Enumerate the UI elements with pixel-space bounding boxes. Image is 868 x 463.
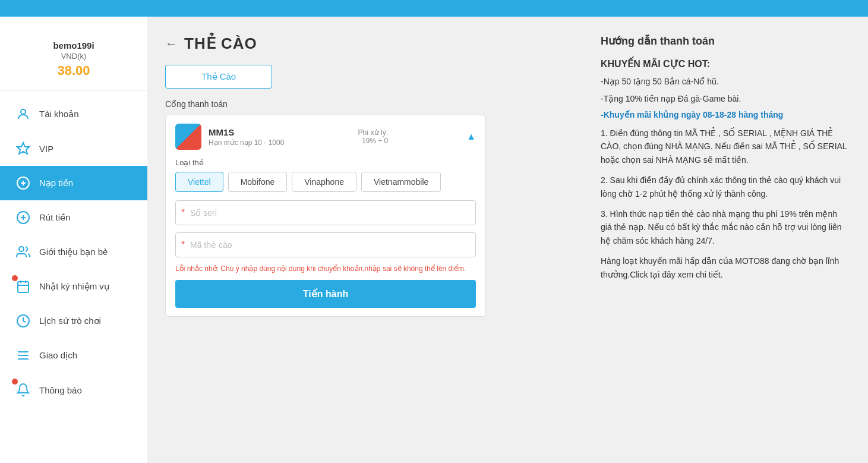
sidebar-nav: Tài khoản VIP Nạp tiền xyxy=(0,97,147,407)
vip-icon xyxy=(14,140,32,158)
currency-label: VND(k) xyxy=(6,52,141,61)
card-code-field: * xyxy=(175,232,476,257)
sidebar-item-label: Tài khoản xyxy=(39,109,79,119)
fee-label: Phí xử lý: xyxy=(358,128,388,137)
serial-required-star: * xyxy=(181,207,185,218)
history-icon xyxy=(14,312,32,330)
user-info: bemo199i VND(k) 38.00 xyxy=(0,29,147,91)
tab-bar: Thẻ Cào xyxy=(165,65,577,89)
method-info: MM1S Hạn mức nạp 10 - 1000 xyxy=(175,124,284,150)
chevron-up-icon[interactable]: ▲ xyxy=(466,131,476,142)
back-button[interactable]: ← xyxy=(165,37,177,51)
method-name: MM1S xyxy=(209,127,284,137)
card-type-mobifone[interactable]: Mobifone xyxy=(228,172,288,192)
card-type-viettel[interactable]: Viettel xyxy=(175,172,223,192)
page-title: THẺ CÀO xyxy=(184,34,257,53)
serial-field: * xyxy=(175,200,476,225)
withdraw-icon xyxy=(14,209,32,226)
sidebar-item-label: Thông báo xyxy=(39,385,82,395)
sidebar-item-thong-bao[interactable]: Thông báo xyxy=(0,373,147,407)
main-content: ← THẺ CÀO Thẻ Cào Cổng thanh toán MM1S H… xyxy=(147,17,595,463)
sidebar-item-label: Giao dịch xyxy=(39,350,77,361)
guide-step-1: 1. Điền đúng thông tin MÃ THẺ , SỐ SERIA… xyxy=(601,127,850,166)
referral-icon xyxy=(14,243,32,261)
method-details: MM1S Hạn mức nạp 10 - 1000 xyxy=(209,127,284,147)
sidebar-item-nap-tien[interactable]: Nạp tiền xyxy=(0,166,147,200)
deposit-icon xyxy=(14,174,32,192)
sidebar-item-label: Giới thiệu bạn bè xyxy=(39,247,108,257)
card-code-input-wrapper: * xyxy=(175,232,476,257)
card-type-vietnammobile[interactable]: Vietnammobile xyxy=(361,172,441,192)
guide-step-4: Hàng loạt khuyến mãi hấp dẫn của MOTO88 … xyxy=(601,254,850,281)
badge-dot-notification xyxy=(12,379,18,385)
card-types-row: Viettel Mobifone Vinaphone Vietnammobile xyxy=(175,172,476,192)
page-header: ← THẺ CÀO xyxy=(165,34,577,53)
svg-point-0 xyxy=(21,109,26,114)
svg-marker-1 xyxy=(17,143,29,154)
transaction-icon xyxy=(14,347,32,364)
sidebar-item-giao-dich[interactable]: Giao dịch xyxy=(0,338,147,373)
sidebar-item-lich-su[interactable]: Lịch sử trò chơi xyxy=(0,304,147,338)
error-note: Lỗi nhắc nhở: Chú ý nhập đúng nội dung k… xyxy=(175,264,476,273)
card-type-vinaphone[interactable]: Vinaphone xyxy=(292,172,356,192)
method-fee: Phí xử lý: 19% ÷ 0 xyxy=(358,128,388,145)
submit-button[interactable]: Tiến hành xyxy=(175,280,476,308)
promo-title: KHUYẾN MÃI CỰC HOT: xyxy=(601,58,850,70)
sidebar-item-tai-khoan[interactable]: Tài khoản xyxy=(0,97,147,131)
method-limit: Hạn mức nạp 10 - 1000 xyxy=(209,138,284,147)
sidebar-item-label: Rút tiền xyxy=(39,212,70,223)
serial-input[interactable] xyxy=(175,200,476,225)
sidebar-item-nhat-ky[interactable]: Nhật ký nhiệm vụ xyxy=(0,269,147,304)
guide-step-2: 2. Sau khi điền đầy đủ chính xác thông t… xyxy=(601,174,850,200)
method-logo xyxy=(175,124,201,150)
sidebar-item-label: Lịch sử trò chơi xyxy=(39,316,101,326)
user-icon xyxy=(14,105,32,123)
payment-label: Cổng thanh toán xyxy=(165,99,577,109)
sidebar-item-label: Nạp tiền xyxy=(39,178,73,188)
fee-value: 19% ÷ 0 xyxy=(358,137,388,145)
sidebar-item-rut-tien[interactable]: Rút tiền xyxy=(0,200,147,235)
sidebar-item-label: VIP xyxy=(39,144,53,154)
card-code-required-star: * xyxy=(181,240,185,250)
sidebar-item-gioi-thieu[interactable]: Giới thiệu bạn bè xyxy=(0,235,147,269)
top-bar xyxy=(0,0,868,17)
card-type-label: Loại thẻ xyxy=(175,158,476,167)
sidebar-item-label: Nhật ký nhiệm vụ xyxy=(39,281,110,292)
promo-item-0: -Nạp 50 tặng 50 Bắn cá-Nổ hũ. xyxy=(601,75,850,88)
payment-card: MM1S Hạn mức nạp 10 - 1000 Phí xử lý: 19… xyxy=(165,115,486,317)
serial-input-wrapper: * xyxy=(175,200,476,225)
payment-method-row: MM1S Hạn mức nạp 10 - 1000 Phí xử lý: 19… xyxy=(175,124,476,150)
sidebar-item-vip[interactable]: VIP xyxy=(0,131,147,166)
method-logo-inner xyxy=(175,124,201,150)
sidebar: bemo199i VND(k) 38.00 Tài khoản xyxy=(0,17,147,463)
tab-the-cao[interactable]: Thẻ Cào xyxy=(165,65,272,89)
promo-item-1: -Tặng 10% tiền nạp Đá gà-Game bài. xyxy=(601,93,850,105)
right-panel: Hướng dẫn thanh toán KHUYẾN MÃI CỰC HOT:… xyxy=(595,17,868,463)
card-code-input[interactable] xyxy=(175,232,476,257)
guide-step-3: 3. Hình thức nạp tiền thẻ cào nhà mạng t… xyxy=(601,207,850,247)
svg-point-4 xyxy=(19,247,24,251)
badge-dot xyxy=(12,275,18,281)
promo-item-2: -Khuyến mãi khủng ngày 08-18-28 hàng thá… xyxy=(601,110,850,119)
username: bemo199i xyxy=(6,40,141,51)
guide-title: Hướng dẫn thanh toán xyxy=(601,34,850,48)
balance: 38.00 xyxy=(6,63,141,78)
